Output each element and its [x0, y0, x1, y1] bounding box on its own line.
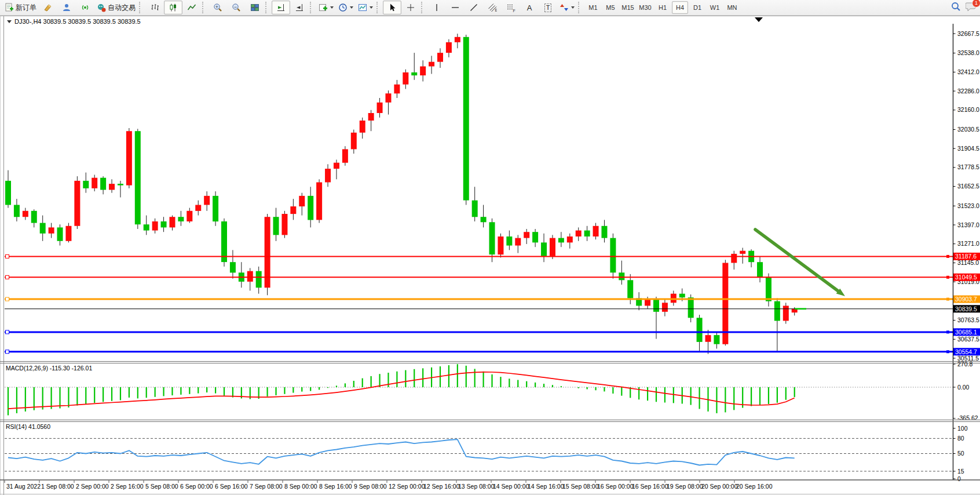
- price-badge: 30685.1: [953, 328, 980, 336]
- svg-text:15 Sep 08:00: 15 Sep 08:00: [562, 483, 599, 490]
- new-order-icon: [5, 3, 14, 12]
- svg-text:8 Sep 16:00: 8 Sep 16:00: [319, 483, 352, 490]
- svg-text:6 Sep 16:00: 6 Sep 16:00: [215, 483, 248, 490]
- label-tool-button[interactable]: T: [539, 1, 557, 14]
- svg-text:F: F: [513, 9, 515, 13]
- svg-text:31904.5: 31904.5: [957, 145, 979, 152]
- autotrading-button[interactable]: 自动交易: [94, 1, 138, 14]
- svg-text:270.8: 270.8: [957, 361, 972, 367]
- chart-title-bar[interactable]: DJ30-,H4 30839.5 30839.5 30839.5 30839.5: [7, 18, 141, 25]
- price-badge: 30903.7: [953, 296, 980, 303]
- svg-text:7 Sep 08:00: 7 Sep 08:00: [250, 483, 283, 490]
- new-order-button[interactable]: 新订单: [2, 1, 39, 14]
- dropdown-caret-icon: [370, 6, 373, 9]
- fibonacci-tool-button[interactable]: F: [502, 1, 520, 14]
- candlestick-chart-button[interactable]: [164, 1, 182, 14]
- main-toolbar: 新订单 自动交易: [0, 0, 980, 16]
- text-tool-button[interactable]: A: [520, 1, 539, 14]
- equidistant-channel-tool-button[interactable]: E: [483, 1, 502, 14]
- market-button[interactable]: [57, 1, 76, 14]
- svg-text:0: 0: [957, 475, 961, 482]
- price-badge: 30839.5: [953, 305, 980, 312]
- autotrading-label: 自动交易: [108, 3, 136, 13]
- periods-button[interactable]: [336, 1, 356, 14]
- line-chart-button[interactable]: [182, 1, 201, 14]
- svg-text:16 Sep 16:00: 16 Sep 16:00: [632, 483, 668, 490]
- svg-text:5 Sep 08:00: 5 Sep 08:00: [145, 483, 178, 490]
- svg-text:32160.0: 32160.0: [957, 106, 979, 113]
- svg-text:12 Sep 00:00: 12 Sep 00:00: [389, 483, 425, 490]
- svg-text:-365.62: -365.62: [957, 414, 978, 421]
- auto-scroll-button[interactable]: [272, 1, 290, 14]
- arrow-objects-icon: [560, 3, 569, 12]
- template-icon: [358, 3, 367, 12]
- templates-button[interactable]: [356, 1, 375, 14]
- channel-icon: E: [488, 3, 497, 12]
- cursor-tool-button[interactable]: [383, 1, 401, 14]
- svg-text:2 Sep 16:00: 2 Sep 16:00: [111, 483, 144, 490]
- svg-text:19 Sep 08:00: 19 Sep 08:00: [667, 483, 703, 490]
- price-badge: 31049.5: [953, 274, 980, 281]
- timeframe-button-mn[interactable]: MN: [724, 1, 740, 14]
- horizontal-line-tool-button[interactable]: [446, 1, 465, 14]
- svg-text:30839.5: 30839.5: [955, 305, 977, 312]
- svg-text:12 Sep 16:00: 12 Sep 16:00: [423, 483, 460, 490]
- zoom-out-icon: −: [232, 3, 241, 12]
- auto-scroll-icon: [276, 3, 286, 12]
- line-chart-icon: [187, 3, 196, 12]
- zoom-in-button[interactable]: +: [209, 1, 227, 14]
- chart-shift-button[interactable]: [290, 1, 309, 14]
- bar-chart-button[interactable]: [145, 1, 164, 14]
- svg-text:32030.5: 32030.5: [957, 126, 979, 133]
- dropdown-caret-icon: [350, 6, 353, 9]
- indicators-plus-icon: [319, 3, 328, 12]
- chat-icon[interactable]: 1: [966, 2, 977, 14]
- chart-window[interactable]: DJ30-,H4 30839.5 30839.5 30839.5 30839.5…: [0, 16, 980, 495]
- search-icon[interactable]: [951, 2, 961, 14]
- svg-text:31652.5: 31652.5: [957, 183, 979, 190]
- svg-text:30903.7: 30903.7: [955, 296, 977, 303]
- svg-text:E: E: [495, 8, 498, 12]
- mt4-application: 新订单 自动交易: [0, 0, 980, 495]
- trendline-tool-button[interactable]: [465, 1, 483, 14]
- vertical-line-tool-button[interactable]: [427, 1, 446, 14]
- timeframe-button-m5[interactable]: M5: [602, 1, 619, 14]
- signals-button[interactable]: [76, 1, 94, 14]
- styles-tool-button[interactable]: [39, 1, 57, 14]
- svg-text:80: 80: [957, 435, 964, 442]
- timeframe-button-m15[interactable]: M15: [620, 1, 636, 14]
- timeframe-button-m1[interactable]: M1: [585, 1, 601, 14]
- timeframe-button-h1[interactable]: H1: [654, 1, 671, 14]
- arrows-tool-button[interactable]: [557, 1, 577, 14]
- chart-title: DJ30-,H4 30839.5 30839.5 30839.5 30839.5: [14, 18, 141, 25]
- svg-text:9 Sep 08:00: 9 Sep 08:00: [354, 483, 387, 490]
- timeframe-button-w1[interactable]: W1: [707, 1, 723, 14]
- person-icon: [62, 3, 71, 12]
- collapse-triangle-icon[interactable]: [7, 20, 12, 23]
- zoom-out-button[interactable]: −: [227, 1, 246, 14]
- dropdown-caret-icon: [330, 6, 334, 9]
- svg-text:20 Sep 00:00: 20 Sep 00:00: [701, 483, 738, 490]
- toolbar-separator: [265, 2, 270, 13]
- crosshair-tool-button[interactable]: [401, 1, 420, 14]
- horizontal-line-icon: [451, 3, 460, 12]
- svg-text:30554.7: 30554.7: [955, 348, 977, 355]
- toolbar-separator: [310, 2, 315, 13]
- notification-badge: 1: [972, 0, 980, 8]
- svg-text:−: −: [234, 4, 237, 10]
- svg-text:1 Sep 08:00: 1 Sep 08:00: [41, 483, 74, 490]
- timeframe-button-h4[interactable]: H4: [672, 1, 688, 14]
- timeframe-button-m30[interactable]: M30: [637, 1, 653, 14]
- timeframe-button-d1[interactable]: D1: [689, 1, 705, 14]
- tile-windows-button[interactable]: [246, 1, 264, 14]
- chart-canvas[interactable]: 32667.532538.032412.032286.032160.032030…: [0, 16, 980, 495]
- svg-text:6 Sep 00:00: 6 Sep 00:00: [180, 483, 213, 490]
- svg-text:16 Sep 00:00: 16 Sep 00:00: [597, 483, 634, 490]
- svg-text:30763.5: 30763.5: [957, 316, 979, 323]
- indicators-button[interactable]: [316, 1, 336, 14]
- trendline-icon: [469, 3, 478, 12]
- price-badge: 30554.7: [953, 348, 980, 355]
- svg-text:20 Sep 16:00: 20 Sep 16:00: [736, 483, 773, 490]
- dropdown-caret-icon: [571, 6, 575, 9]
- toolbar-separator: [376, 2, 382, 13]
